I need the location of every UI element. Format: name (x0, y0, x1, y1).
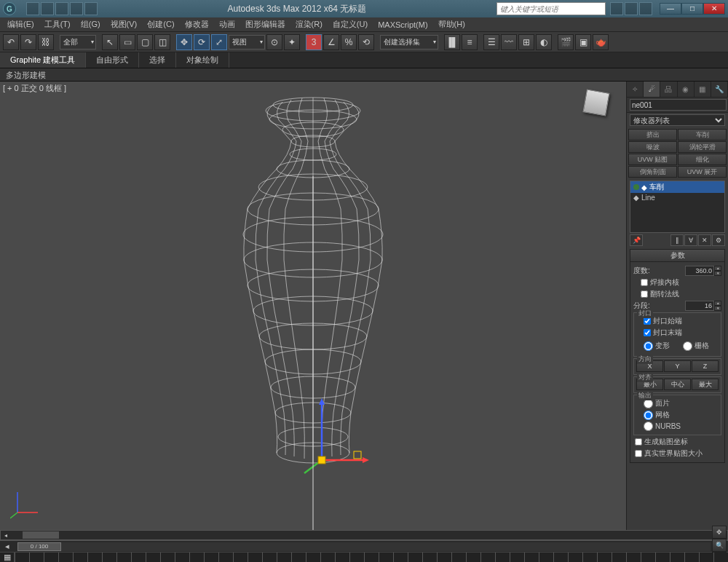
infocenter-btn[interactable] (610, 2, 623, 15)
link-icon[interactable]: ⛓ (38, 34, 54, 50)
preset-uvwmap[interactable]: UVW 贴图 (628, 154, 677, 165)
ref-coord-system[interactable]: 视图 (229, 35, 265, 50)
qa-open-icon[interactable] (41, 2, 54, 15)
qa-save-icon[interactable] (55, 2, 68, 15)
segments-down[interactable]: ▾ (714, 306, 721, 311)
degrees-down[interactable]: ▾ (714, 271, 721, 276)
output-mesh-radio[interactable] (644, 411, 653, 420)
select-name-icon[interactable]: ▭ (119, 34, 135, 50)
object-name-input[interactable] (630, 99, 727, 111)
pin-stack-icon[interactable]: 📌 (630, 234, 643, 246)
stack-item-line[interactable]: ◆Line (630, 193, 724, 202)
menu-views[interactable]: 视图(V) (106, 17, 142, 31)
move-gizmo[interactable] (300, 395, 373, 482)
utilities-tab-icon[interactable]: 🔧 (711, 82, 728, 97)
rotate-icon[interactable]: ⟳ (194, 34, 210, 50)
align-center-button[interactable]: 中心 (664, 379, 691, 390)
output-nurbs-radio[interactable] (644, 422, 653, 431)
time-slider-track[interactable]: 0 / 100 (17, 542, 711, 551)
cap-start-checkbox[interactable] (644, 317, 651, 325)
render-icon[interactable]: 🫖 (593, 34, 609, 50)
move-icon[interactable]: ✥ (176, 34, 192, 50)
grid-radio[interactable] (683, 341, 692, 351)
pivot-icon[interactable]: ⊙ (266, 34, 282, 50)
menu-graph[interactable]: 图形编辑器 (241, 17, 290, 31)
remove-mod-icon[interactable]: ✕ (698, 234, 711, 246)
minimize-button[interactable]: — (660, 3, 681, 15)
weld-core-checkbox[interactable] (641, 279, 648, 286)
viewport-label[interactable]: [ + 0 正交 0 线框 ] (3, 83, 66, 94)
configure-icon[interactable]: ⚙ (712, 234, 725, 246)
undo-icon[interactable]: ↶ (3, 34, 19, 50)
real-world-checkbox[interactable] (635, 450, 642, 457)
menu-help[interactable]: 帮助(H) (434, 17, 470, 31)
schematic-icon[interactable]: ⊞ (518, 34, 534, 50)
show-end-icon[interactable]: ‖ (670, 234, 684, 246)
create-tab-icon[interactable]: ✧ (627, 82, 644, 97)
motion-tab-icon[interactable]: ◉ (678, 82, 695, 97)
close-button[interactable]: ✕ (703, 3, 725, 15)
menu-tools[interactable]: 工具(T) (40, 17, 75, 31)
gen-uv-checkbox[interactable] (635, 438, 642, 446)
qa-undo-icon[interactable] (70, 2, 83, 15)
align-max-button[interactable]: 最大 (692, 379, 719, 390)
viewcube[interactable] (581, 87, 612, 118)
snap-toggle-icon[interactable]: 3 (306, 34, 322, 50)
menu-modifiers[interactable]: 修改器 (181, 17, 213, 31)
menu-create[interactable]: 创建(C) (143, 17, 178, 31)
redo-icon[interactable]: ↷ (20, 34, 36, 50)
make-unique-icon[interactable]: ∀ (684, 234, 697, 246)
segments-up[interactable]: ▴ (714, 301, 721, 306)
menu-customize[interactable]: 自定义(U) (328, 17, 372, 31)
ribbon-tab-selection[interactable]: 选择 (139, 52, 176, 68)
material-editor-icon[interactable]: ◐ (536, 34, 552, 50)
timeline-prev-icon[interactable]: ◂ (0, 542, 15, 551)
app-logo[interactable]: G (3, 2, 16, 15)
cap-end-checkbox[interactable] (644, 329, 651, 336)
qa-redo-icon[interactable] (84, 2, 98, 15)
menu-group[interactable]: 组(G) (76, 17, 105, 31)
preset-bevelprofile[interactable]: 倒角剖面 (628, 166, 677, 178)
preset-noise[interactable]: 噪波 (628, 141, 677, 153)
help-search-input[interactable] (496, 2, 606, 15)
morph-radio[interactable] (644, 341, 653, 351)
modifier-stack[interactable]: ◆车削 ◆Line (630, 181, 725, 233)
ribbon-tab-paint[interactable]: 对象绘制 (176, 52, 229, 68)
layers-icon[interactable]: ☰ (483, 34, 499, 50)
render-setup-icon[interactable]: 🎬 (558, 34, 574, 50)
window-crossing-icon[interactable]: ◫ (154, 34, 170, 50)
params-header[interactable]: 参数 (630, 249, 725, 262)
curve-editor-icon[interactable]: 〰 (501, 34, 517, 50)
dir-y-button[interactable]: Y (664, 360, 691, 372)
segments-input[interactable] (685, 301, 714, 311)
scroll-thumb[interactable] (23, 531, 59, 539)
dir-z-button[interactable]: Z (692, 360, 719, 372)
flip-normals-checkbox[interactable] (641, 290, 648, 298)
align-icon[interactable]: ≡ (462, 34, 478, 50)
time-slider-thumb[interactable]: 0 / 100 (17, 542, 61, 551)
viewport-scrollbar[interactable]: ◂ ▸ (0, 530, 728, 540)
named-selection-sets[interactable]: 创建选择集 (380, 35, 438, 50)
trackbar-toggle-icon[interactable]: ▦ (0, 553, 15, 562)
viewport[interactable]: [ + 0 正交 0 线框 ] (0, 82, 626, 530)
track-ruler[interactable] (15, 553, 728, 562)
stack-item-lathe[interactable]: ◆车削 (630, 181, 724, 193)
display-tab-icon[interactable]: ▦ (695, 82, 711, 97)
menu-edit[interactable]: 编辑(E) (3, 17, 39, 31)
selection-filter[interactable]: 全部 (60, 35, 96, 50)
maximize-button[interactable]: □ (681, 3, 703, 15)
menu-rendering[interactable]: 渲染(R) (291, 17, 327, 31)
spinner-snap-icon[interactable]: ⟲ (358, 34, 374, 50)
mirror-icon[interactable]: ▐▌ (444, 34, 460, 50)
ribbon-tab-freeform[interactable]: 自由形式 (86, 52, 139, 68)
scroll-left-icon[interactable]: ◂ (1, 532, 11, 539)
nav-pan-icon[interactable]: ✥ (712, 526, 727, 539)
nav-zoom-icon[interactable]: 🔍 (712, 539, 727, 552)
preset-uvwunwrap[interactable]: UVW 展开 (678, 166, 727, 178)
preset-extrude[interactable]: 挤出 (628, 129, 677, 140)
select-icon[interactable]: ↖ (102, 34, 118, 50)
percent-snap-icon[interactable]: % (341, 34, 357, 50)
qa-new-icon[interactable] (26, 2, 39, 15)
bulb-icon[interactable] (633, 184, 639, 190)
menu-maxscript[interactable]: MAXScript(M) (373, 19, 432, 31)
